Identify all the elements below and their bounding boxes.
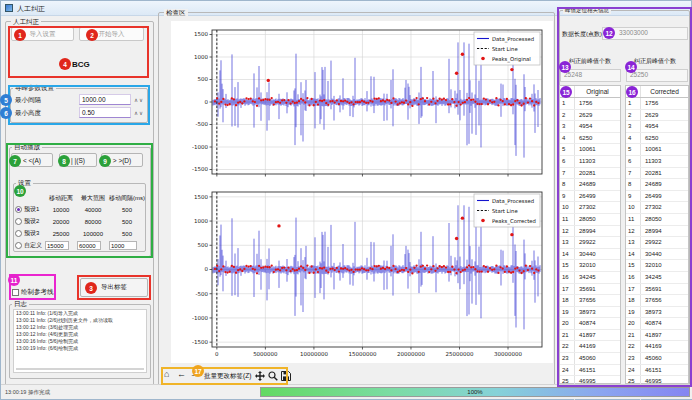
row-value: 29922 [641,237,688,248]
table-row[interactable]: 46250 [626,133,688,145]
table-row[interactable]: 1027302 [626,202,688,214]
autoplay-title: 自动播放 [12,143,42,152]
row-index: 16 [560,272,575,283]
row-value: 26499 [641,191,688,202]
pan-icon[interactable] [255,371,265,381]
min-interval-input[interactable]: 1000.00 [79,94,131,105]
preset-col-header: 最大范围 [77,194,109,203]
table-row[interactable]: 720281 [560,168,620,180]
table-row[interactable]: 1532010 [560,260,620,272]
radio-预设2[interactable] [15,218,22,225]
table-row[interactable]: 1228994 [626,226,688,238]
table-row[interactable]: 611303 [560,156,620,168]
preset-input[interactable]: 1000 [109,241,137,250]
table-row[interactable]: 1128050 [626,214,688,226]
min-height-spinner[interactable]: ∧∨ [134,110,144,116]
table-row[interactable]: 510061 [560,144,620,156]
log-scrollbar[interactable] [16,368,144,370]
table-row[interactable]: 1938973 [626,307,688,319]
row-index: 8 [560,179,575,190]
table-row[interactable]: 2446151 [626,365,688,377]
table-row[interactable]: 11756 [560,98,620,110]
log-view[interactable]: 13:00:11 Info: (1/6)导入完成13:00:11 Info: (… [13,309,147,373]
table-row[interactable]: 510061 [626,144,688,156]
table-row[interactable]: 1837656 [626,295,688,307]
table-row[interactable]: 11756 [626,98,688,110]
original-peaks-table[interactable]: Original11756226293495446250510061611303… [559,85,621,384]
signal-charts[interactable]: 150010005000-500-1000-1500Data_Processed… [159,15,555,387]
table-row[interactable]: 1128050 [560,214,620,226]
table-row[interactable]: 22629 [560,110,620,122]
table-row[interactable]: 46250 [560,133,620,145]
row-index: 10 [626,202,641,213]
row-index: 23 [626,353,641,364]
table-row[interactable]: 1735691 [626,284,688,296]
radio-预设3[interactable] [15,230,22,237]
back-icon[interactable]: ← [177,370,186,379]
table-row[interactable]: 2345060 [626,353,688,365]
table-row[interactable]: 2040874 [626,318,688,330]
table-row[interactable]: 2141897 [560,330,620,342]
preset-input[interactable]: 60000 [77,241,101,250]
table-row[interactable]: 2446151 [560,365,620,377]
row-index: 20 [626,318,641,329]
table-row[interactable]: 2141897 [626,330,688,342]
row-value: 32010 [641,260,688,271]
svg-text:20000000: 20000000 [397,351,425,357]
radio-预设1[interactable] [15,206,22,213]
table-row[interactable]: 1837656 [560,295,620,307]
table-row[interactable]: 824689 [560,179,620,191]
table-row[interactable]: 1329922 [560,237,620,249]
table-row[interactable]: 2244169 [626,341,688,353]
table-row[interactable]: 2244169 [560,341,620,353]
annotation-badge-10: 10 [14,185,26,197]
row-value: 2629 [641,110,688,121]
table-row[interactable]: 824689 [626,179,688,191]
zoom-icon[interactable] [268,371,278,381]
table-row[interactable]: 926499 [626,191,688,203]
preset-value: 500 [109,231,145,237]
log-entry: 13:00:12 Info: (3/6)处理完成 [14,324,146,331]
table-row[interactable]: 1228994 [560,226,620,238]
table-row[interactable]: 1329922 [626,237,688,249]
table-row[interactable]: 1532010 [626,260,688,272]
reference-line-checkbox[interactable]: 绘制参考线 [12,288,54,297]
row-index: 12 [626,226,641,237]
row-value: 35691 [641,284,688,295]
preset-input[interactable]: 15000 [45,241,69,250]
row-index: 20 [560,318,575,329]
save-icon[interactable] [281,371,291,381]
row-index: 24 [560,365,575,376]
table-row[interactable]: 1430440 [626,249,688,261]
row-index: 5 [560,144,575,155]
peaks-after-label: 纠正后峰值个数 [634,57,676,66]
table-row[interactable]: 611303 [626,156,688,168]
checkbox-icon[interactable] [12,289,19,296]
table-row[interactable]: 720281 [626,168,688,180]
corrected-peaks-table[interactable]: Corrected1175622629349544625051006161130… [625,85,689,384]
svg-text:-1000: -1000 [192,144,208,150]
table-row[interactable]: 926499 [560,191,620,203]
radio-自定义[interactable] [15,242,22,249]
status-text: 13:00:19 操作完成 [5,389,50,396]
table-row[interactable]: 1735691 [560,284,620,296]
table-row[interactable]: 1430440 [560,249,620,261]
table-row[interactable]: 2345060 [560,353,620,365]
table-row[interactable]: 1938973 [560,307,620,319]
table-row[interactable]: 34954 [626,121,688,133]
min-height-input[interactable]: 0.50 [79,107,131,118]
row-index: 19 [626,307,641,318]
table-row[interactable]: 1634245 [560,272,620,284]
home-icon[interactable]: ⌂ [164,370,169,379]
min-interval-spinner[interactable]: ∧∨ [134,97,144,103]
row-value: 1756 [641,98,688,109]
app-window: 人工纠正 人工纠正 导入设置 开始导入 BCG 寻峰参数设置 最小间隔 1000… [0,0,692,400]
table-row[interactable]: 1027302 [560,202,620,214]
row-index: 6 [626,156,641,167]
table-row[interactable]: 1634245 [626,272,688,284]
batch-edit-labels-button[interactable]: 批量更改标签(Z) [204,372,251,381]
table-row[interactable]: 34954 [560,121,620,133]
svg-text:Start Line: Start Line [492,208,518,214]
table-row[interactable]: 2040874 [560,318,620,330]
table-row[interactable]: 22629 [626,110,688,122]
